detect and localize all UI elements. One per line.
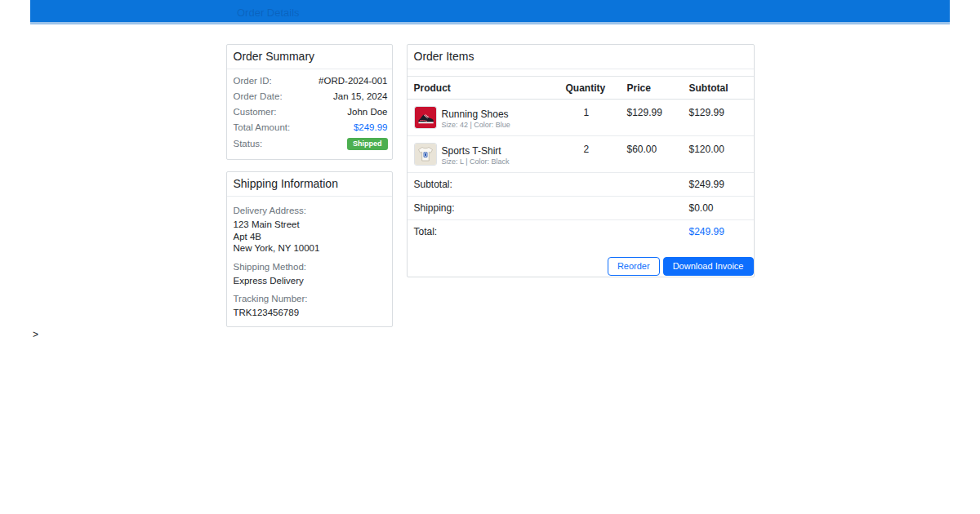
summary-row-order-id: Order ID: #ORD-2024-001 (227, 73, 392, 89)
order-items-table: Product Quantity Price Subtotal (408, 76, 754, 243)
right-column: Order Items Product Quantity Price Subto… (407, 44, 755, 277)
address-line-2: Apt 4B (234, 231, 385, 243)
item-quantity: 2 (566, 136, 627, 172)
total-label: Total: (408, 220, 566, 243)
sports-tshirt-image (414, 143, 437, 166)
summary-row-order-date: Order Date: Jan 15, 2024 (227, 89, 392, 104)
order-id-label: Order ID: (234, 76, 272, 86)
product-meta: Size: 42 | Color: Blue (442, 122, 510, 129)
product-name: Running Shoes (442, 109, 510, 119)
product-info: Sports T-Shirt Size: L | Color: Black (442, 143, 510, 166)
left-column: Order Summary Order ID: #ORD-2024-001 Or… (226, 44, 393, 327)
shipping-method-label: Shipping Method: (234, 262, 385, 272)
shipping-info-title: Shipping Information (227, 172, 392, 197)
download-invoice-button[interactable]: Download Invoice (663, 257, 754, 276)
total-row: Total: $249.99 (408, 220, 754, 243)
table-row: Sports T-Shirt Size: L | Color: Black 2 … (408, 136, 754, 173)
summary-row-customer: Customer: John Doe (227, 104, 392, 120)
item-quantity: 1 (566, 100, 627, 135)
shipping-method-value: Express Delivery (234, 275, 385, 287)
order-items-panel: Order Items Product Quantity Price Subto… (407, 44, 755, 277)
status-label: Status: (234, 139, 263, 149)
stray-prompt-character: > (33, 329, 38, 340)
column-header-subtotal: Subtotal (689, 77, 754, 99)
shipping-value: $0.00 (689, 197, 754, 219)
order-summary-title: Order Summary (227, 45, 392, 69)
address-line-3: New York, NY 10001 (234, 242, 385, 255)
top-nav-bar: Order Details (30, 0, 950, 24)
subtotal-label: Subtotal: (408, 173, 566, 196)
product-cell: Sports T-Shirt Size: L | Color: Black (408, 136, 566, 172)
item-price: $129.99 (627, 100, 689, 135)
running-shoes-image (414, 106, 437, 129)
customer-label: Customer: (234, 107, 277, 117)
tracking-number-value: TRK123456789 (234, 307, 385, 319)
item-subtotal: $129.99 (689, 100, 754, 135)
total-value: $249.99 (689, 220, 754, 243)
table-row: Running Shoes Size: 42 | Color: Blue 1 $… (408, 100, 754, 136)
product-meta: Size: L | Color: Black (442, 158, 510, 166)
order-date-label: Order Date: (234, 91, 283, 102)
item-subtotal: $120.00 (689, 136, 754, 172)
shipping-row: Shipping: $0.00 (408, 197, 754, 220)
order-id-value: #ORD-2024-001 (318, 76, 387, 86)
product-name: Sports T-Shirt (442, 146, 510, 156)
sneaker-icon (415, 107, 436, 128)
order-summary-body: Order ID: #ORD-2024-001 Order Date: Jan … (227, 69, 392, 159)
shipping-info-panel: Shipping Information Delivery Address: 1… (226, 171, 393, 327)
customer-value: John Doe (347, 107, 387, 117)
total-amount-value: $249.99 (354, 122, 388, 133)
product-info: Running Shoes Size: 42 | Color: Blue (442, 106, 510, 129)
address-line-1: 123 Main Street (234, 219, 385, 231)
shipping-info-body: Delivery Address: 123 Main Street Apt 4B… (227, 197, 392, 326)
column-header-product: Product (408, 77, 566, 99)
column-header-quantity: Quantity (566, 77, 627, 99)
total-amount-label: Total Amount: (234, 122, 291, 133)
shipping-label: Shipping: (408, 197, 566, 219)
page-title: Order Details (237, 7, 300, 19)
item-price: $60.00 (627, 136, 689, 172)
order-actions: Reorder Download Invoice (408, 257, 754, 277)
summary-row-status: Status: Shipped (227, 135, 392, 153)
reorder-button[interactable]: Reorder (608, 257, 660, 276)
tracking-number-label: Tracking Number: (234, 294, 385, 304)
main-content: Order Summary Order ID: #ORD-2024-001 Or… (226, 44, 755, 327)
subtotal-value: $249.99 (689, 173, 754, 196)
status-badge: Shipped (347, 138, 388, 150)
product-cell: Running Shoes Size: 42 | Color: Blue (408, 100, 566, 135)
summary-row-total-amount: Total Amount: $249.99 (227, 120, 392, 135)
order-summary-panel: Order Summary Order ID: #ORD-2024-001 Or… (226, 44, 393, 160)
column-header-price: Price (627, 77, 689, 99)
order-date-value: Jan 15, 2024 (333, 91, 388, 102)
subtotal-row: Subtotal: $249.99 (408, 173, 754, 197)
delivery-address-label: Delivery Address: (234, 206, 385, 215)
table-header-row: Product Quantity Price Subtotal (408, 77, 754, 100)
tshirt-icon (415, 144, 436, 165)
order-items-title: Order Items (408, 45, 754, 69)
